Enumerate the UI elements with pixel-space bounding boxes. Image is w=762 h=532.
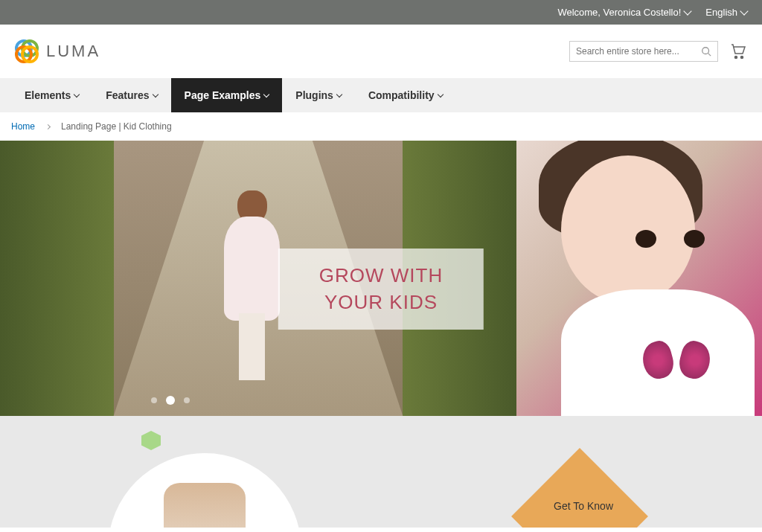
logo[interactable]: LUMA: [15, 39, 100, 63]
feature-section: Get To Know: [0, 416, 762, 528]
cart-icon[interactable]: [729, 42, 747, 60]
chevron-right-icon: [45, 124, 51, 129]
breadcrumbs: Home Landing Page | Kid Clothing: [0, 112, 762, 141]
nav-plugins[interactable]: Plugins: [282, 78, 355, 112]
chevron-down-icon: [336, 91, 342, 97]
nav-features[interactable]: Features: [92, 78, 170, 112]
nav-label: Compatibility: [368, 89, 435, 101]
slider-dot-3[interactable]: [184, 397, 190, 403]
nav-compatibility[interactable]: Compatibility: [355, 78, 456, 112]
hero-line-1: GROW WITH: [319, 262, 443, 289]
hero-line-2: YOUR KIDS: [319, 289, 443, 315]
nav-label: Plugins: [295, 89, 333, 101]
language-text: English: [705, 7, 737, 18]
main-nav: Elements Features Page Examples Plugins …: [0, 78, 762, 112]
chevron-down-icon: [740, 7, 748, 15]
search-icon[interactable]: [701, 46, 711, 57]
diamond-label: Get To Know: [554, 500, 613, 512]
welcome-dropdown[interactable]: Welcome, Veronica Costello!: [557, 7, 691, 18]
svg-line-5: [708, 54, 711, 57]
svg-point-7: [741, 57, 743, 59]
slider-dots: [151, 397, 190, 405]
chevron-down-icon: [152, 91, 158, 97]
chevron-down-icon: [684, 7, 692, 15]
search-box[interactable]: [569, 41, 718, 62]
breadcrumb-current: Landing Page | Kid Clothing: [61, 121, 172, 132]
nav-page-examples[interactable]: Page Examples: [171, 78, 283, 112]
hero-image-right: [516, 141, 762, 416]
product-circle[interactable]: [108, 453, 301, 528]
welcome-text: Welcome, Veronica Costello!: [557, 7, 681, 18]
hero-caption: GROW WITH YOUR KIDS: [278, 249, 484, 330]
chevron-down-icon: [437, 91, 443, 97]
hero-banner: GROW WITH YOUR KIDS: [0, 141, 762, 416]
hexagon-decoration: [141, 431, 161, 450]
header: LUMA: [0, 25, 762, 78]
child-illustration: [217, 190, 284, 384]
header-right: [569, 41, 747, 62]
nav-label: Features: [106, 89, 149, 101]
language-dropdown[interactable]: English: [705, 7, 747, 18]
brand-name: LUMA: [46, 42, 100, 61]
logo-icon: [15, 39, 39, 63]
slider-dot-1[interactable]: [151, 397, 157, 403]
top-bar: Welcome, Veronica Costello! English: [0, 0, 762, 25]
nav-label: Page Examples: [185, 89, 261, 101]
breadcrumb-home[interactable]: Home: [11, 121, 35, 132]
product-image: [164, 483, 246, 528]
search-input[interactable]: [576, 46, 701, 57]
svg-point-6: [735, 57, 737, 59]
nav-label: Elements: [25, 89, 71, 101]
svg-point-4: [702, 48, 709, 54]
chevron-down-icon: [263, 91, 269, 97]
slider-dot-2[interactable]: [166, 396, 175, 405]
nav-elements[interactable]: Elements: [11, 78, 92, 112]
diamond-decoration: [511, 448, 648, 528]
butterfly-icon: [643, 342, 710, 394]
chevron-down-icon: [74, 91, 80, 97]
